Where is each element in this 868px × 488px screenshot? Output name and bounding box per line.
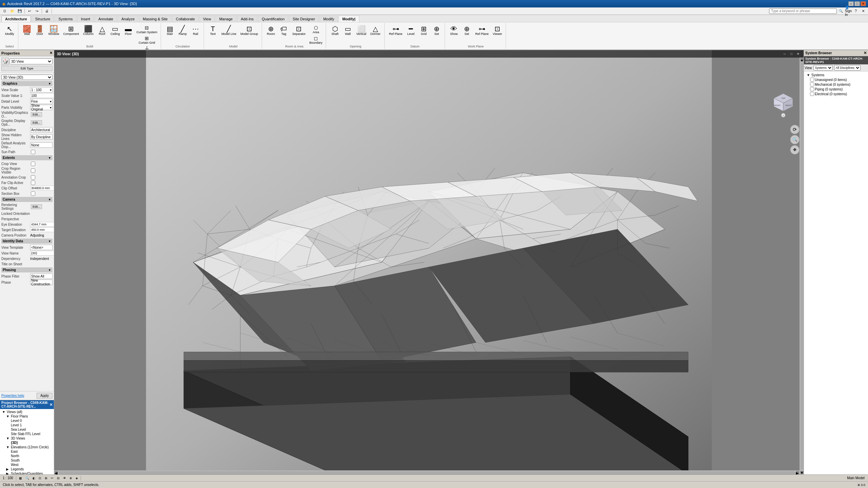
modify-button[interactable]: ↖ Modify	[3, 24, 16, 37]
sun-path-checkbox[interactable]	[31, 150, 35, 154]
tab-site-designer[interactable]: Site Designer	[289, 16, 319, 22]
room-tag-button[interactable]: 🏷 Tag	[278, 24, 290, 37]
worksets-button[interactable]: ⊕	[68, 475, 74, 481]
ref-plane-work-button[interactable]: ⊶ Ref Plane	[473, 24, 490, 37]
crop-region-checkbox[interactable]	[31, 168, 35, 173]
vertical-button[interactable]: ⬜ Vertical	[355, 24, 368, 37]
tree-east[interactable]: East	[1, 449, 53, 454]
scroll-left-button[interactable]: ◀	[55, 471, 58, 474]
type-selector[interactable]: 3D View	[9, 58, 53, 64]
analysis-dropdown[interactable]: None	[30, 142, 53, 148]
tree-site-slab[interactable]: Site Slab FFL Level	[1, 432, 53, 436]
horizontal-scrollbar[interactable]: ◀ ▶	[54, 470, 800, 474]
search-input[interactable]	[769, 8, 837, 14]
temp-hide-button[interactable]: ⊟	[56, 475, 61, 481]
detail-level-button[interactable]: ▦	[18, 475, 23, 481]
view-scale-dropdown[interactable]: 1 : 100 ▾	[30, 87, 53, 93]
viewer-button[interactable]: ⊡ Viewer	[491, 24, 504, 37]
eye-elevation-input[interactable]	[30, 222, 54, 227]
new-button[interactable]: 🗋	[1, 8, 8, 14]
edit-type-button[interactable]: Edit Type	[1, 66, 53, 71]
phasing-section[interactable]: Phasing ▼	[1, 267, 53, 272]
tree-systems[interactable]: ▼ Systems	[805, 73, 867, 77]
tab-insert[interactable]: Insert	[77, 16, 94, 22]
tab-modify-active[interactable]: Modify|	[339, 16, 359, 22]
tree-unassigned[interactable]: Unassigned (0 items)	[805, 77, 867, 82]
curtain-grid-button[interactable]: ⊞ Curtain Grid	[135, 35, 159, 45]
tab-analyze[interactable]: Analyze	[118, 16, 138, 22]
zoom-button[interactable]: 🔍	[790, 135, 800, 144]
graphic-display-edit-button[interactable]: Edit...	[31, 120, 42, 125]
wall-opening-button[interactable]: ▭ Wall	[342, 24, 354, 37]
tree-south[interactable]: South	[1, 458, 53, 463]
undo-button[interactable]: ↩	[26, 8, 33, 14]
shaft-button[interactable]: ⬡ Shaft	[329, 24, 341, 37]
maximize-button[interactable]: □	[854, 1, 860, 6]
tab-structure[interactable]: Structure	[32, 16, 54, 22]
system-browser-close[interactable]: ✕	[864, 51, 867, 55]
graphics-section[interactable]: Graphics ▼	[1, 81, 53, 86]
vertical-scrollbar[interactable]: ▲ ▼	[800, 58, 804, 474]
area-button[interactable]: ⬡ Area	[308, 24, 324, 35]
open-button[interactable]: 📁	[9, 8, 16, 14]
door-button[interactable]: 🚪 Door	[34, 24, 46, 37]
parts-vis-dropdown[interactable]: Show Original ▾	[30, 105, 53, 110]
tab-modify[interactable]: Modify	[320, 16, 338, 22]
wall-button[interactable]: 🧱 Wall	[21, 24, 33, 37]
show-button[interactable]: 👁 Show	[448, 24, 460, 37]
roof-button[interactable]: △ Roof	[96, 24, 108, 37]
section-box-checkbox[interactable]	[31, 191, 35, 196]
3d-view-selector[interactable]: 3D View (3D)	[1, 75, 53, 80]
scroll-thumb-h[interactable]	[59, 471, 795, 474]
rendering-settings-button[interactable]: Edit...	[31, 204, 42, 209]
help-button[interactable]: ?	[852, 8, 859, 14]
far-clip-offset-input[interactable]	[30, 186, 54, 190]
viewport[interactable]: 3D View: {3D} ─ □ ✕	[54, 50, 804, 474]
extents-expand-icon[interactable]: ▼	[48, 156, 51, 160]
crop-view-checkbox[interactable]	[31, 162, 35, 166]
project-browser-close[interactable]: ✕	[49, 403, 53, 407]
systems-selector[interactable]: Systems	[813, 65, 833, 70]
boundary-button[interactable]: ◻ Boundary	[308, 35, 324, 45]
properties-help-link[interactable]: Properties help	[1, 394, 24, 398]
viewport-maximize-button[interactable]: □	[789, 51, 794, 57]
tree-3d-views[interactable]: ▼ 3D Views	[1, 436, 53, 441]
level-button[interactable]: ━ Level	[405, 24, 417, 37]
stair-button[interactable]: ▤ Stair	[164, 24, 176, 37]
hide-elements-button[interactable]: ⊞	[43, 475, 49, 481]
ref-plane-button[interactable]: ⊶ Ref Plane	[387, 24, 404, 37]
tree-mechanical[interactable]: Mechanical (0 systems)	[805, 82, 867, 87]
tree-sea-level[interactable]: Sea Level	[1, 427, 53, 432]
model-group-button[interactable]: ⊡ Model Group	[239, 24, 260, 37]
identity-data-section[interactable]: Identity Data ▼	[1, 239, 53, 244]
tree-floor-plans[interactable]: ▼ Floor Plans	[1, 414, 53, 419]
hidden-lines-dropdown[interactable]: By Discipline	[30, 134, 53, 140]
piping-checkbox[interactable]	[810, 87, 814, 91]
unassigned-checkbox[interactable]	[810, 78, 814, 82]
mechanical-checkbox[interactable]	[810, 82, 814, 86]
close-window-button[interactable]: ✕	[860, 8, 867, 14]
electrical-checkbox[interactable]	[810, 92, 814, 96]
signin-button[interactable]: 👤 Sign In	[845, 8, 852, 14]
camera-expand-icon[interactable]: ▼	[48, 198, 51, 201]
phasing-expand-icon[interactable]: ▼	[48, 268, 51, 272]
tree-views-all[interactable]: ▼ Views (all)	[1, 410, 53, 414]
tab-addins[interactable]: Add-Ins	[237, 16, 257, 22]
tab-annotate[interactable]: Annotate	[95, 16, 117, 22]
vis-graphics-edit-button[interactable]: Edit...	[31, 112, 42, 117]
scroll-down-button[interactable]: ▼	[800, 471, 804, 474]
set-button[interactable]: ⊕ Set	[430, 24, 443, 37]
tab-quantification[interactable]: Quantification	[258, 16, 288, 22]
model-text-button[interactable]: T Text	[207, 24, 219, 37]
ceiling-button[interactable]: ▭ Ceiling	[109, 24, 122, 37]
orbit-button[interactable]: ⟳	[790, 125, 800, 134]
tree-west[interactable]: West	[1, 463, 53, 467]
tree-legends[interactable]: ▶ Legends	[1, 467, 53, 471]
phase-filter-dropdown[interactable]: Show All	[30, 273, 53, 279]
viewport-minimize-button[interactable]: ─	[782, 51, 787, 57]
annotation-crop-checkbox[interactable]	[31, 175, 35, 180]
ramp-button[interactable]: ╱ Ramp	[177, 24, 189, 37]
save-button[interactable]: 💾	[16, 8, 23, 14]
close-button[interactable]: ✕	[861, 1, 866, 6]
railing-button[interactable]: ⋯ Rail	[189, 24, 202, 37]
